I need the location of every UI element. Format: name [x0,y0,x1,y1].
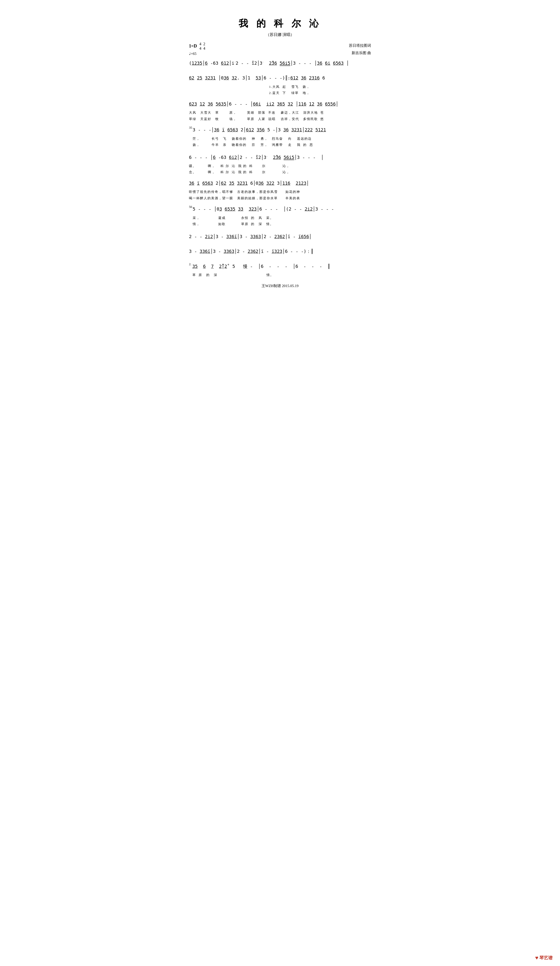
lyric-4a: 茫， 长弓 飞 扬着你的 神 勇， 烈马奋 向 遥远的边 [193,136,326,141]
score-line-10-content: 35 6 7 2̊│2̊ 5 慢 - │6 - - - │6 - - - ║ 草… [192,260,330,279]
song-title: 我 的 科 尔 沁 [189,17,371,30]
section-2-label: 2. [189,262,191,266]
lyric-3a: 大风 大雪大 草 原， 英雄 部落 不改 豪迈，大江 澎湃大地 苍 [189,110,371,115]
credit-text: 王WZH制谱 2015.05.19 [261,284,299,288]
score-line-10: 35 6 7 2̊│2̊ 5 慢 - │6 - - - │6 - - - ║ [192,260,330,273]
header-info: 1=D 44 24 ♩=65 苏日塔拉图词 新吉乐图 曲 [189,42,371,57]
lyric-6a: 听惯了祖先的传奇，唱不够 古老的故事，那是你风雪 如花的神 [189,189,371,194]
key-time: 1=D 44 24 ♩=65 [189,42,205,56]
score-line-7-content: 5 - - - │03 6535 33 323│6 - - - │(2 - - … [193,203,334,228]
score-line-10-container: 2. 35 6 7 2̊│2̊ 5 慢 - │6 - - - │6 - - - … [189,260,371,279]
stanza-1: (1235│6 -63 612│i·2 - - i̊2│3· 2̊36 56i5… [189,57,371,69]
lyric-4b: 扬， 牛羊 亲 吻着你的 芬 芳， 鸿雁带 走 我 的 思 [193,143,326,147]
stanza-6: 36 ï 6563 2│62 35 3231 6│036 322 3│116 2… [189,177,371,200]
lyric-10: 草 原 的 深 情。 [192,273,330,278]
page: 我 的 科 尔 沁 （苏日娜 演唱） 1=D 44 24 ♩=65 苏日塔拉图词… [184,10,376,296]
score-line-5: 6 - - - │6 -63 6i2│2 - - i̊2│3· 2̊36 56i… [189,151,371,164]
lyric-3b: 草绿 天蓝好 牧 场， 草原 人家 说唱 吉祥，安代 多情民歌 悠 [189,117,371,122]
stanza-3: 623 12 36 5635│6 - - - │66i ii2 365 32 │… [189,98,371,121]
lyric-2a: 1.大风 起 雪飞 扬， [189,84,371,89]
stanza-8: 2 - - 2i2│3 - 336ï│3 - 3363│2 - 2362│ï -… [189,230,371,243]
score-line-4-content: 3 - - -│36 ï 6563 2│612 356 5 -│3 36 323… [193,124,326,149]
key-label: 1=D [189,44,197,49]
section-35: 35 [189,126,192,130]
time-sig: 44 [199,42,201,51]
score-line-3: 623 12 36 5635│6 - - - │66i ii2 365 32 │… [189,98,371,110]
score-line-1: (1235│6 -63 612│i·2 - - i̊2│3· 2̊36 56i5… [189,57,371,69]
stanza-4: 35 3 - - -│36 ï 6563 2│612 356 5 -│3 36 … [189,124,371,149]
stanza-5: 6 - - - │6 -63 6i2│2 - - i̊2│3· 2̊36 56i… [189,151,371,175]
score-line-4-container: 35 3 - - -│36 ï 6563 2│612 356 5 -│3 36 … [189,124,371,149]
time-sig2: 24 [203,42,205,51]
lyric-6b: 喝一杯醉人的美酒，望一眼 美丽的姑娘，那是你水草 丰美的表 [189,196,371,201]
score-line-8: 2 - - 2i2│3 - 336ï│3 - 3363│2 - 2362│ï -… [189,230,371,243]
score-line-2: 62 25 3231 │036 32. 3│1 53│6 - - -)║:612… [189,72,371,84]
credits: 苏日塔拉图词 新吉乐图 曲 [349,42,371,57]
lyric-5b: 念。 啊， 科 尔 沁 我 的 科 尔 沁， [189,170,371,175]
stanza-2: 62 25 3231 │036 32. 3│1 53│6 - - -)║:612… [189,72,371,95]
composer-label: 新吉乐图 曲 [349,49,371,57]
section-56: 56 [189,205,192,209]
performer: （苏日娜 演唱） [189,32,371,38]
lyric-2b: 2.蓝天 下 绿草 地， [189,90,371,95]
score-line-7-container: 56 5 - - - │03 6535 33 323│6 - - - │(2 -… [189,203,371,228]
lyric-5a: 疆。 啊， 科 尔 沁 我 的 科 尔 沁， [189,164,371,169]
score-line-9: 3 - 336ï│3 - 3363│2 - 2362│ï - ï323│6 - … [189,245,371,258]
footer-credit: 王WZH制谱 2015.05.19 [189,284,371,288]
score-line-4: 3 - - -│36 ï 6563 2│612 356 5 -│3 36 323… [193,124,326,136]
lyricist-label: 苏日塔拉图词 [349,42,371,49]
stanza-7: 56 5 - - - │03 6535 33 323│6 - - - │(2 -… [189,203,371,228]
stanza-10: 2. 35 6 7 2̊│2̊ 5 慢 - │6 - - - │6 - - - … [189,260,371,279]
tempo-label: ♩=65 [189,51,205,56]
lyric-7b: 情， 如歌 草原 的 深 情。 [193,222,334,227]
score-line-6: 36 ï 6563 2│62 35 3231 6│036 322 3│116 2… [189,177,371,189]
stanza-9: 3 - 336ï│3 - 3363│2 - 2362│ï - ï323│6 - … [189,245,371,258]
score-line-7: 5 - - - │03 6535 33 323│6 - - - │(2 - - … [193,203,334,215]
lyric-7a: 采， 凝成 永恒 的 风 采。 [193,215,334,220]
